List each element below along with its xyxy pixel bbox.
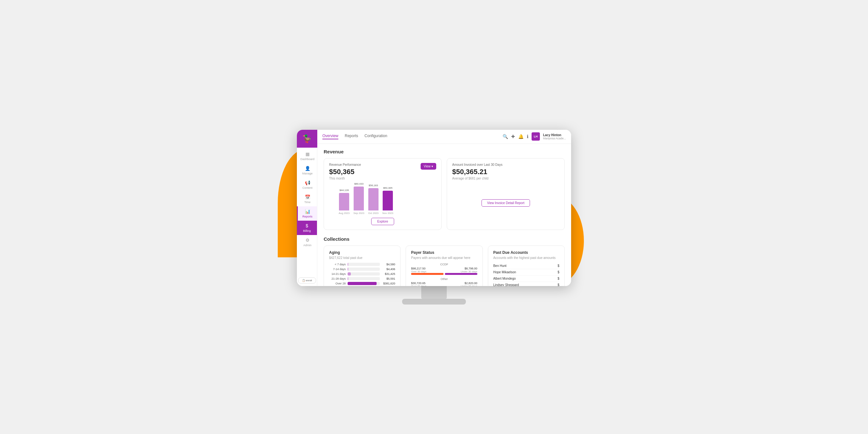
sidebar-item-label: Content — [302, 186, 312, 189]
sidebar-item-manage[interactable]: 👤 Manage — [297, 163, 317, 178]
time-icon: 📅 — [305, 194, 310, 199]
aging-bar-wrap — [348, 263, 380, 266]
explore-button[interactable]: Explore — [371, 218, 394, 225]
bar-value-label: $56,183 — [369, 184, 378, 187]
payer-over30: $30,720.65 Over 30 days — [411, 282, 443, 286]
aging-title: Aging — [329, 250, 395, 255]
sidebar-item-time[interactable]: 📅 Time — [297, 192, 317, 206]
past-due-amount: $ — [557, 277, 559, 280]
aging-label: 21-28 days — [329, 277, 346, 280]
sidebar-item-label: Admin — [303, 244, 312, 247]
sidebar-item-content[interactable]: 📢 Content — [297, 178, 317, 192]
sidebar-item-admin[interactable]: ⚙ Admin — [297, 235, 317, 249]
sidebar: 🦆 ▦ Dashboard 👤 Manage 📢 Content 📅 Time — [297, 130, 317, 286]
invoiced-label: Amount Invoiced over Last 30 Days — [452, 163, 559, 166]
payer-row: $30,720.65 Over 30 days $2,820.00 Under … — [411, 282, 477, 286]
payer-over30-amount: $30,720.65 — [411, 282, 443, 285]
collections-section-title: Collections — [324, 236, 565, 242]
bar-value-label: $44,128 — [340, 189, 349, 192]
revenue-performance-card: Revenue Performance $50,365 This month V… — [324, 158, 442, 230]
payer-bar-over30 — [411, 273, 443, 275]
invoiced-amount: $50,365.21 — [452, 168, 559, 176]
revenue-label: Revenue Performance — [329, 163, 361, 166]
bar-month-label: Nov 2023 — [382, 212, 393, 215]
nav-overview[interactable]: Overview — [322, 134, 338, 140]
past-due-name: Albert Mondego — [493, 277, 516, 280]
sidebar-item-label: Dashboard — [300, 158, 314, 161]
past-due-name: Ben Hunt — [493, 264, 507, 268]
payer-status-title: Payer Status — [411, 250, 477, 255]
payer-status-card: Payer Status Payers with amounts due wil… — [406, 246, 483, 286]
aging-bar-fill — [348, 268, 348, 271]
payer-under30: $2,820.00 Under 30 days — [445, 282, 477, 286]
revenue-section-title: Revenue — [324, 149, 565, 154]
app-logo: 🦆 — [302, 134, 312, 143]
notification-icon[interactable]: 🔔 — [518, 134, 524, 139]
aging-value: $4,406 — [382, 268, 395, 271]
aging-rows: < 7 days $4,580 7-14 days $4,406 14-21 d… — [329, 263, 395, 285]
past-due-amount: $ — [557, 271, 559, 274]
bar — [383, 191, 393, 211]
manage-icon: 👤 — [305, 166, 310, 171]
aging-row: 21-28 days $5,591 — [329, 277, 395, 280]
payer-group: Other $30,720.65 Over 30 days $2,820.00 … — [411, 277, 477, 286]
sidebar-logo[interactable]: 🦆 — [297, 130, 317, 148]
invoiced-card: Amount Invoiced over Last 30 Days $50,36… — [447, 158, 565, 230]
bar — [354, 187, 364, 211]
sidebar-nav: ▦ Dashboard 👤 Manage 📢 Content 📅 Time 📊 — [297, 149, 317, 275]
aging-label: Over 28 — [329, 282, 346, 285]
payer-group-label: Other — [411, 277, 477, 281]
bar-group: $56,183Oct 2023 — [368, 184, 378, 215]
past-due-row: Albert Mondego $ — [493, 276, 559, 282]
aging-row: 14-21 days $31,425 — [329, 272, 395, 276]
revenue-sub: This month — [329, 177, 361, 180]
sidebar-item-billing[interactable]: $ Billing — [297, 221, 317, 235]
aging-card: Aging $427,622 total past due < 7 days $… — [324, 246, 401, 286]
aging-bar-fill — [348, 263, 348, 266]
bar-month-label: Oct 2023 — [368, 212, 378, 215]
nav-configuration[interactable]: Configuration — [365, 134, 387, 140]
aging-value: $381,620 — [382, 282, 395, 285]
revenue-amount: $50,365 — [329, 168, 361, 176]
invoice-detail-button[interactable]: View Invoice Detail Report — [482, 199, 530, 207]
user-info: Lacy Hinton Mariposa Acade... — [543, 133, 566, 140]
info-icon[interactable]: ℹ — [527, 134, 528, 139]
bar-group: $44,128Aug 2023 — [339, 189, 349, 215]
aging-value: $31,425 — [382, 272, 395, 276]
aging-label: 7-14 days — [329, 268, 346, 271]
enroll-button[interactable]: 📋 enroll — [298, 277, 316, 283]
user-avatar[interactable]: LH — [532, 132, 540, 141]
search-icon[interactable]: 🔍 — [502, 134, 508, 139]
enroll-label: 📋 — [302, 279, 305, 282]
payer-under30-amount: $8,798.00 — [445, 267, 477, 270]
aging-bar-wrap — [348, 268, 380, 271]
sidebar-billing-label: Billing — [303, 229, 311, 232]
monitor-stand-neck — [421, 286, 447, 299]
help-icon[interactable]: ✚ — [511, 134, 515, 139]
main-content: Overview Reports Configuration 🔍 ✚ 🔔 ℹ L… — [317, 130, 571, 286]
aging-value: $4,580 — [382, 263, 395, 266]
sidebar-item-label: Time — [304, 200, 311, 204]
user-org: Mariposa Acade... — [543, 137, 566, 140]
past-due-title: Past Due Accounts — [493, 250, 559, 255]
payer-under30-label: Under 30 days — [445, 285, 477, 286]
bar-month-label: Sep 2023 — [353, 212, 364, 215]
past-due-amount: $ — [557, 283, 559, 286]
content-icon: 📢 — [305, 180, 310, 185]
aging-bar-wrap — [348, 282, 380, 285]
nav-reports[interactable]: Reports — [345, 134, 358, 140]
dashboard-icon: ▦ — [306, 152, 310, 157]
bar-chart-wrapper: $44,128Aug 2023$60,433Sep 2023$56,183Oct… — [329, 186, 436, 215]
payer-bar-under30 — [445, 273, 477, 275]
bar-chart: $44,128Aug 2023$60,433Sep 2023$56,183Oct… — [329, 186, 436, 215]
revenue-card-header: Revenue Performance $50,365 This month V… — [329, 163, 436, 183]
admin-icon: ⚙ — [306, 238, 310, 243]
sidebar-item-dashboard[interactable]: ▦ Dashboard — [297, 149, 317, 163]
past-due-name: Lindsey Sheppard — [493, 283, 519, 286]
view-button[interactable]: View ▾ — [421, 163, 436, 169]
past-due-name: Hope Mikaelson — [493, 271, 516, 274]
aging-row: Over 28 $381,620 — [329, 282, 395, 285]
past-due-amount: $ — [557, 264, 559, 268]
sidebar-item-reports[interactable]: 📊 Reports — [297, 206, 317, 221]
aging-bar-wrap — [348, 277, 380, 280]
